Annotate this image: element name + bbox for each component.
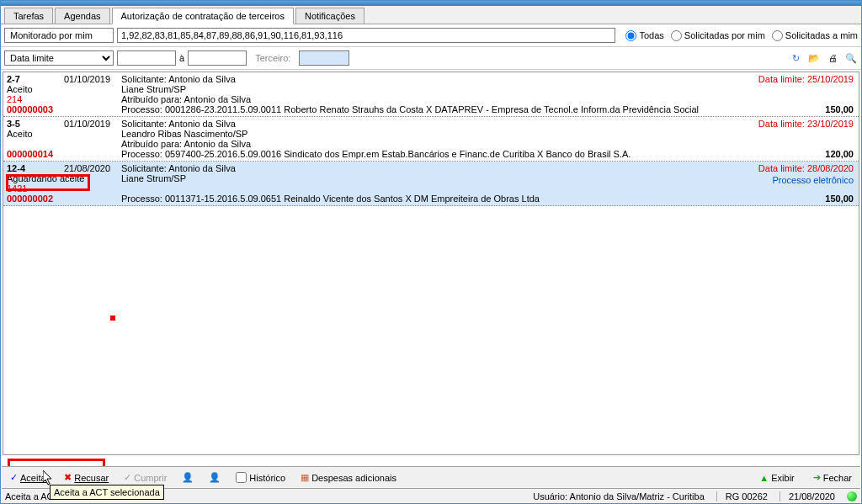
cursor-icon <box>43 470 55 487</box>
fechar-button[interactable]: ➔Fechar <box>810 470 855 485</box>
cumprir-button: ✓Cumprir <box>120 470 170 485</box>
status-date: 21/08/2020 <box>780 491 835 501</box>
toolbar-icons: ↻ 📂 🖨 🔍 <box>789 51 858 65</box>
tooltip: Aceita a ACT selecionada <box>50 485 164 500</box>
historico-button[interactable]: Histórico <box>232 470 289 485</box>
row-code: 214 <box>7 94 64 104</box>
date-from-input[interactable] <box>117 50 176 66</box>
folder-open-icon[interactable]: 📂 <box>807 51 821 65</box>
radio-por-mim-input[interactable] <box>671 30 682 41</box>
status-user: Usuário: Antonio da Silva/Matriz - Curit… <box>533 491 705 501</box>
filter-bar-1: Monitorado por mim Todas Solicitadas por… <box>1 24 861 47</box>
row-amount: 150,00 <box>825 194 854 204</box>
row-amount: 150,00 <box>825 104 854 114</box>
tab-agendas[interactable]: Agendas <box>55 8 109 24</box>
tab-notificacoes[interactable]: Notificações <box>295 8 364 24</box>
row-person: Leandro Ribas Nascimento/SP <box>121 129 855 139</box>
person-remove-icon: 👤 <box>205 470 224 485</box>
terceiro-label: Terceiro: <box>250 53 295 63</box>
historico-checkbox[interactable] <box>236 472 247 483</box>
marker-annotation <box>110 316 115 321</box>
exibir-button[interactable]: ▲Exibir <box>756 470 797 485</box>
exibir-label: Exibir <box>771 473 795 483</box>
row-limit-date: Data limite: 25/10/2019 <box>758 74 854 84</box>
row-id: 3-5 <box>7 119 64 129</box>
grid-icon: ▦ <box>301 472 309 483</box>
date-to-input[interactable] <box>188 50 247 66</box>
table-row-selected[interactable]: 12-421/08/2020Solicitante: Antonio da Si… <box>3 162 859 206</box>
row-solicitante: Solicitante: Antonio da Silva <box>121 74 855 84</box>
monitor-ids-input[interactable] <box>117 28 615 43</box>
status-rg: RG 00262 <box>716 491 768 501</box>
person-add-icon: 👤 <box>178 470 197 485</box>
radio-todas[interactable]: Todas <box>625 30 663 41</box>
row-solicitante: Solicitante: Antonio da Silva <box>121 163 855 173</box>
radio-por-mim-label: Solicitadas por mim <box>684 30 765 40</box>
row-seq: 000000002 <box>7 194 121 204</box>
status-hint: Aceita a AC <box>5 491 53 501</box>
row-person: Liane Strum/SP <box>121 173 855 183</box>
row-amount: 120,00 <box>825 149 854 159</box>
radio-a-mim-input[interactable] <box>772 30 783 41</box>
radio-a-mim[interactable]: Solicitadas a mim <box>772 30 858 41</box>
row-electronic: Processo eletrônico <box>772 175 854 185</box>
fechar-label: Fechar <box>823 473 852 483</box>
recusar-label: Recusar <box>74 473 109 483</box>
print-icon[interactable]: 🖨 <box>826 51 839 65</box>
arrow-right-icon: ➔ <box>813 472 821 483</box>
row-solicitante: Solicitante: Antonio da Silva <box>121 119 855 129</box>
date-type-combo[interactable]: Data limite <box>4 50 114 66</box>
tab-autorizacao[interactable]: Autorização de contratação de terceiros <box>112 8 294 24</box>
row-status: Aceito <box>7 84 64 94</box>
terceiro-input[interactable] <box>299 50 349 66</box>
row-limit-date: Data limite: 28/08/2020 <box>758 163 854 173</box>
row-processo: Processo: 0011371-15.2016.5.09.0651 Rein… <box>121 194 855 204</box>
table-row[interactable]: 3-501/10/2019Solicitante: Antonio da Sil… <box>3 117 859 162</box>
row-limit-date: Data limite: 23/10/2019 <box>758 119 854 129</box>
radio-todas-label: Todas <box>639 30 663 40</box>
row-seq: 000000003 <box>7 104 121 114</box>
act-list: 2-701/10/2019Solicitante: Antonio da Sil… <box>3 72 859 455</box>
filter-radios: Todas Solicitadas por mim Solicitadas a … <box>625 30 858 41</box>
table-row[interactable]: 2-701/10/2019Solicitante: Antonio da Sil… <box>3 72 859 117</box>
radio-todas-input[interactable] <box>625 30 636 41</box>
search-icon[interactable]: 🔍 <box>844 51 858 65</box>
check-icon: ✓ <box>10 472 18 483</box>
row-date: 01/10/2019 <box>64 74 121 84</box>
row-assigned: Atribuído para: Antonio da Silva <box>121 94 855 104</box>
radio-a-mim-label: Solicitadas a mim <box>785 30 858 40</box>
filter-bar-2: Data limite à Terceiro: ↻ 📂 🖨 🔍 <box>1 47 861 70</box>
row-date: 01/10/2019 <box>64 119 121 129</box>
row-date: 21/08/2020 <box>64 163 121 173</box>
row-processo: Processo: 0001286-23.2011.5.09.0011 Robe… <box>121 104 855 114</box>
row-id: 12-4 <box>7 163 64 173</box>
row-processo: Processo: 0597400-25.2016.5.09.0016 Sind… <box>121 149 855 159</box>
triangle-up-icon: ▲ <box>759 473 769 483</box>
tab-tarefas[interactable]: Tarefas <box>4 8 53 24</box>
historico-label: Histórico <box>249 473 285 483</box>
tab-bar: Tarefas Agendas Autorização de contrataç… <box>1 6 861 24</box>
date-separator: à <box>179 53 184 63</box>
row-status: Aceito <box>7 129 64 139</box>
cumprir-label: Cumprir <box>134 473 167 483</box>
despesas-label: Despesas adicionais <box>311 473 396 483</box>
row-assigned: Atribuído para: Antonio da Silva <box>121 139 855 149</box>
connection-status-icon <box>847 491 857 501</box>
monitor-label: Monitorado por mim <box>4 28 114 43</box>
recusar-button[interactable]: ✖Recusar <box>61 470 112 485</box>
highlight-annotation <box>6 174 90 191</box>
check-icon: ✓ <box>124 472 131 483</box>
despesas-button[interactable]: ▦Despesas adicionais <box>297 470 400 485</box>
row-id: 2-7 <box>7 74 64 84</box>
radio-por-mim[interactable]: Solicitadas por mim <box>671 30 765 41</box>
refresh-icon[interactable]: ↻ <box>789 51 802 65</box>
row-person: Liane Strum/SP <box>121 84 855 94</box>
x-icon: ✖ <box>64 472 72 483</box>
row-seq: 000000014 <box>7 149 121 159</box>
